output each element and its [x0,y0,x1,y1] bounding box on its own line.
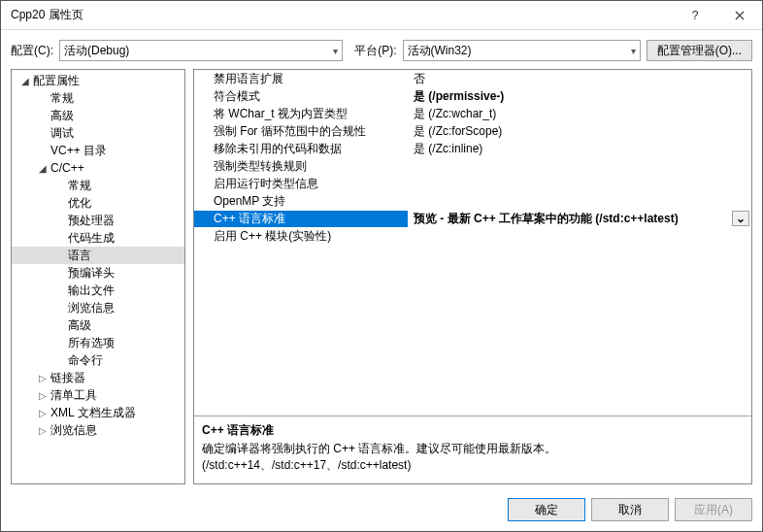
property-label: 强制 For 循环范围中的合规性 [194,123,408,140]
property-value[interactable]: 是 (/permissive-) [408,88,751,105]
expand-icon[interactable]: ▷ [37,408,49,418]
tree-item[interactable]: 优化 [12,194,184,212]
dropdown-button[interactable]: ⌄ [732,211,749,226]
tree-item-label: 调试 [50,125,74,142]
apply-button[interactable]: 应用(A) [675,498,752,521]
property-row[interactable]: 启用 C++ 模块(实验性) [194,227,751,245]
property-row[interactable]: 将 WChar_t 视为内置类型是 (/Zc:wchar_t) [194,105,751,122]
collapse-icon[interactable]: ◢ [37,163,49,174]
tree-item-label: 高级 [68,317,91,334]
tree-item[interactable]: 命令行 [12,351,184,369]
config-label: 配置(C): [11,43,53,59]
collapse-icon[interactable]: ◢ [19,76,31,86]
tree-item[interactable]: 语言 [12,247,184,264]
config-toolbar: 配置(C): 活动(Debug) ▾ 平台(P): 活动(Win32) ▾ 配置… [1,30,762,69]
close-button[interactable] [717,1,762,30]
property-value[interactable]: 是 (/Zc:inline) [408,141,751,157]
tree-item[interactable]: 预编译头 [12,264,184,282]
chevron-down-icon: ⌄ [736,212,746,225]
property-label: 启用运行时类型信息 [194,176,408,192]
window-title: Cpp20 属性页 [11,7,673,23]
tree-item-label: 优化 [68,195,91,212]
tree-item-label: 常规 [50,90,74,107]
tree-item-label: 语言 [68,248,91,264]
property-row[interactable]: 强制类型转换规则 [194,157,751,175]
tree-item-label: 高级 [50,108,74,124]
tree-item-label: 链接器 [50,370,85,386]
tree-item-label: 预处理器 [68,213,115,229]
platform-label: 平台(P): [354,43,396,59]
tree-item[interactable]: ▷XML 文档生成器 [12,404,184,421]
tree-item-label: 浏览信息 [50,422,97,439]
chevron-down-icon: ▾ [631,46,636,56]
platform-value: 活动(Win32) [408,43,472,59]
property-label: 符合模式 [194,88,408,105]
right-panel: 禁用语言扩展否符合模式是 (/permissive-)将 WChar_t 视为内… [193,69,752,484]
tree-item[interactable]: 预处理器 [12,212,184,229]
expand-icon[interactable]: ▷ [37,390,49,401]
property-label: 将 WChar_t 视为内置类型 [194,106,408,122]
description-title: C++ 语言标准 [202,422,744,439]
tree-item[interactable]: ◢配置属性 [12,72,184,89]
tree-item[interactable]: 浏览信息 [12,299,184,316]
tree-item[interactable]: 高级 [12,107,184,124]
tree-item[interactable]: ▷链接器 [12,369,184,386]
tree-item[interactable]: ▷浏览信息 [12,421,184,439]
help-button[interactable]: ? [673,1,717,30]
property-row[interactable]: 强制 For 循环范围中的合规性是 (/Zc:forScope) [194,122,751,140]
chevron-down-icon: ▾ [333,46,338,56]
tree-panel[interactable]: ◢配置属性常规高级调试VC++ 目录◢C/C++常规优化预处理器代码生成语言预编… [11,69,185,484]
tree-item[interactable]: 输出文件 [12,282,184,299]
property-row[interactable]: 符合模式是 (/permissive-) [194,87,751,105]
config-value: 活动(Debug) [64,43,129,59]
property-value[interactable]: 预览 - 最新 C++ 工作草案中的功能 (/std:c++latest)⌄ [408,211,751,227]
expand-icon[interactable]: ▷ [37,425,49,436]
property-label: OpenMP 支持 [194,193,408,210]
config-select[interactable]: 活动(Debug) ▾ [59,40,343,61]
cancel-button[interactable]: 取消 [591,498,669,521]
expand-icon[interactable]: ▷ [37,373,49,383]
tree-item-label: 配置属性 [33,73,80,89]
tree-item[interactable]: 常规 [12,89,184,107]
tree-item[interactable]: 常规 [12,177,184,194]
main-area: ◢配置属性常规高级调试VC++ 目录◢C/C++常规优化预处理器代码生成语言预编… [1,69,762,492]
tree-item-label: C/C++ [50,161,84,175]
platform-select[interactable]: 活动(Win32) ▾ [403,40,641,61]
property-row[interactable]: 启用运行时类型信息 [194,175,751,192]
property-label: 禁用语言扩展 [194,71,408,87]
tree-item[interactable]: 所有选项 [12,334,184,351]
property-grid[interactable]: 禁用语言扩展否符合模式是 (/permissive-)将 WChar_t 视为内… [194,70,751,416]
property-value[interactable]: 是 (/Zc:forScope) [408,123,751,140]
close-icon [735,11,745,20]
property-row[interactable]: C++ 语言标准预览 - 最新 C++ 工作草案中的功能 (/std:c++la… [194,210,751,227]
property-value[interactable]: 是 (/Zc:wchar_t) [408,106,751,122]
ok-button[interactable]: 确定 [508,498,585,521]
tree-item-label: 常规 [68,178,91,194]
tree-item-label: 所有选项 [68,335,115,351]
description-text: 确定编译器将强制执行的 C++ 语言标准。建议尽可能使用最新版本。(/std:c… [202,441,744,474]
property-label: 移除未引用的代码和数据 [194,141,408,157]
tree-item-label: VC++ 目录 [50,143,107,159]
property-row[interactable]: 移除未引用的代码和数据是 (/Zc:inline) [194,140,751,157]
footer: 确定 取消 应用(A) [1,492,762,531]
property-label: C++ 语言标准 [194,211,408,227]
tree-item[interactable]: ◢C/C++ [12,159,184,177]
tree-item[interactable]: ▷清单工具 [12,386,184,404]
description-panel: C++ 语言标准 确定编译器将强制执行的 C++ 语言标准。建议尽可能使用最新版… [194,416,751,483]
property-value[interactable]: 否 [408,71,751,87]
tree-item-label: 预编译头 [68,265,115,282]
tree-item-label: 代码生成 [68,230,115,247]
tree-item-label: 输出文件 [68,283,115,299]
property-label: 强制类型转换规则 [194,158,408,175]
property-row[interactable]: OpenMP 支持 [194,192,751,210]
tree-item-label: 清单工具 [50,387,97,404]
tree-item[interactable]: 调试 [12,124,184,142]
tree-item-label: 浏览信息 [68,300,115,316]
tree-item[interactable]: 高级 [12,316,184,334]
tree-item-label: XML 文档生成器 [50,405,136,421]
tree-item[interactable]: 代码生成 [12,229,184,247]
config-manager-button[interactable]: 配置管理器(O)... [647,40,752,61]
tree-item[interactable]: VC++ 目录 [12,142,184,159]
property-row[interactable]: 禁用语言扩展否 [194,70,751,87]
tree-item-label: 命令行 [68,352,103,369]
